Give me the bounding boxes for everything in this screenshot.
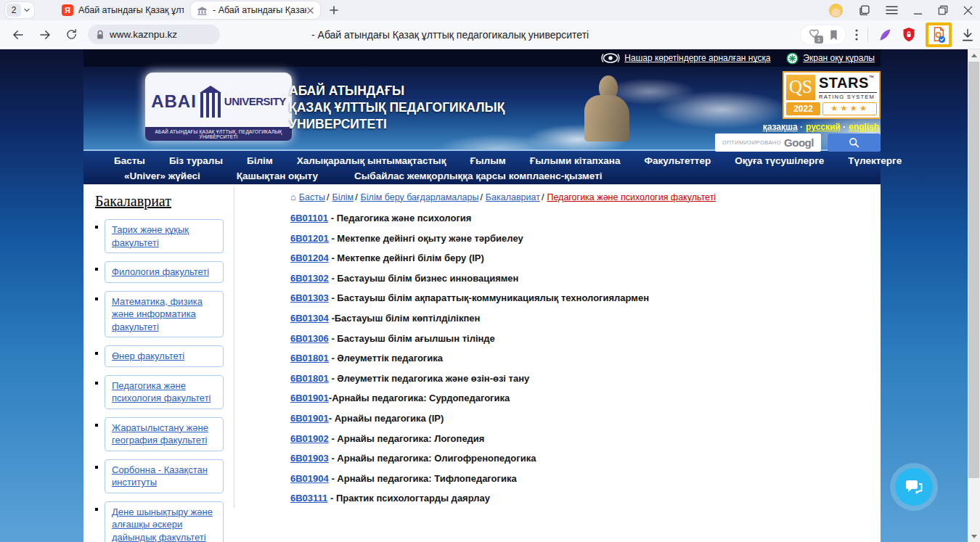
abai-statue-image xyxy=(584,75,637,148)
program-code-link[interactable]: 6B01304 xyxy=(290,313,329,324)
protect-shield-icon[interactable] xyxy=(902,27,916,43)
nav-item[interactable]: Факультеттер xyxy=(644,155,711,166)
bookmark-icon[interactable] xyxy=(829,30,838,41)
bullet-icon xyxy=(95,268,98,271)
program-code-link[interactable]: 6B01901 xyxy=(290,413,329,424)
menu-icon[interactable] xyxy=(886,5,898,15)
program-code-link[interactable]: 6B01801 xyxy=(290,373,329,384)
program-item: 6B01201 - Мектепке дейінгі оқыту және тә… xyxy=(290,234,881,244)
program-code-link[interactable]: 6B01902 xyxy=(290,433,329,444)
chat-button[interactable] xyxy=(895,468,933,506)
nav-item[interactable]: «Univer» жүйесі xyxy=(124,171,200,181)
nav-item[interactable]: Ғылыми кітапхана xyxy=(530,155,621,166)
search-button[interactable] xyxy=(828,134,881,152)
language-switcher: қазақша · русский · english · xyxy=(763,122,879,132)
nav-item[interactable]: Ғылым xyxy=(470,155,505,166)
logo-abai-text: ABAI xyxy=(151,91,197,112)
nav-item[interactable]: Біз туралы xyxy=(169,155,223,166)
faculty-link[interactable]: Математика, физика және информатика факу… xyxy=(112,295,216,334)
language-link[interactable]: қазақша xyxy=(763,122,798,132)
list-item: Дене шынықтыру және алғашқы әскери дайын… xyxy=(95,501,224,542)
bullet-icon xyxy=(95,424,98,427)
program-code-link[interactable]: 6B01901 xyxy=(290,393,329,403)
sidebar-title: Бакалавриат xyxy=(95,193,224,210)
scrollbar-thumb[interactable] xyxy=(968,62,979,478)
program-title: Мектепке дейінгі оқыту және тәрбиелеу xyxy=(337,233,523,244)
minimize-icon[interactable] xyxy=(913,6,923,15)
close-window-icon[interactable] xyxy=(963,6,973,15)
scroll-down-icon[interactable] xyxy=(968,530,980,542)
qs-stars: ★★★★ xyxy=(822,102,877,115)
language-link[interactable]: english xyxy=(849,122,879,132)
program-title: Бастауыш білім көптілділікпен xyxy=(335,313,481,324)
nav-item[interactable]: Сыбайлас жемқорлыққа қарсы комплаенс-қыз… xyxy=(354,171,602,181)
program-code-link[interactable]: 6B01201 xyxy=(290,233,329,244)
tab-active[interactable]: - Абай атындағы Қазақ xyxy=(191,1,320,19)
search-input[interactable]: ОПТИМИЗИРОВАНО Googl xyxy=(715,134,821,152)
tab-title: - Абай атындағы Қазақ xyxy=(213,5,306,15)
bullet-icon xyxy=(95,382,98,385)
highlighted-extension-icon[interactable] xyxy=(926,22,952,47)
nav-item[interactable]: Қашықтан оқыту xyxy=(237,171,318,181)
tab-counter[interactable]: 2 xyxy=(5,2,34,18)
program-code-link[interactable]: 6B01303 xyxy=(290,292,329,303)
back-icon[interactable] xyxy=(12,28,25,41)
language-link[interactable]: русский xyxy=(806,122,841,132)
nav-item[interactable]: Халықаралық ынтымақтастық xyxy=(297,155,446,166)
site-container: Нашар көретіндерге арналған нұсқа Экран … xyxy=(83,49,881,542)
restore-icon[interactable] xyxy=(938,5,948,15)
program-code-link[interactable]: 6B01904 xyxy=(290,473,329,484)
profile-avatar[interactable] xyxy=(829,4,843,17)
screen-reader-link[interactable]: Экран оқу құралы xyxy=(786,52,875,65)
faculty-link[interactable]: Филология факультеті xyxy=(112,266,216,279)
faculty-link[interactable]: Жаратылыстану және география факультеті xyxy=(112,422,216,447)
reload-icon[interactable] xyxy=(65,28,78,41)
faculty-link[interactable]: Өнер факультеті xyxy=(112,350,216,363)
breadcrumb-link[interactable]: Басты xyxy=(299,192,325,202)
content-divider xyxy=(234,187,234,508)
program-code-link[interactable]: 6B01302 xyxy=(290,273,329,284)
program-code-link[interactable]: 6B01903 xyxy=(290,453,329,464)
page-scrollbar[interactable] xyxy=(968,49,980,542)
downloads-icon[interactable] xyxy=(961,28,974,42)
tab-panels-icon[interactable] xyxy=(858,4,870,17)
breadcrumb-link[interactable]: Білім xyxy=(332,192,354,202)
breadcrumb-link[interactable]: Білім беру бағдарламалары xyxy=(361,192,479,202)
program-title: Арнайы педагогика: Олигофренопедогика xyxy=(337,453,536,464)
program-item: 6B01204 - Мектепке дейінгі білім беру (I… xyxy=(290,253,881,263)
impaired-version-link[interactable]: Нашар көретіндерге арналған нұсқа xyxy=(601,52,770,64)
program-item: 6B01902 - Арнайы педагогика: Логопедия xyxy=(290,434,881,444)
nav-item[interactable]: Басты xyxy=(114,155,145,166)
nav-item[interactable]: Түлектерге xyxy=(848,155,902,166)
nav-item[interactable]: Білім xyxy=(247,155,273,166)
list-item: Математика, физика және информатика факу… xyxy=(95,291,224,338)
bullet-icon xyxy=(95,508,98,511)
close-tab-icon[interactable] xyxy=(306,7,314,15)
program-item: 6B01901- Арнайы педагогика (IP) xyxy=(290,414,881,424)
program-code-link[interactable]: 6B01306 xyxy=(290,333,329,344)
program-code-link[interactable]: 6B01204 xyxy=(290,252,329,263)
faculty-link[interactable]: Тарих және құқық факультеті xyxy=(112,223,216,249)
address-bar[interactable]: www.kaznpu.kz xyxy=(88,25,220,44)
breadcrumb-link[interactable]: Бакалавриат xyxy=(486,192,540,202)
program-code-link[interactable]: 6B01101 xyxy=(290,213,328,223)
list-item: Филология факультеті xyxy=(95,261,224,283)
university-logo[interactable]: ABAI UNIVERSITY АБАЙ АТЫНДАҒЫ ҚАЗАҚ ҰЛТТ… xyxy=(145,73,292,141)
faculty-link[interactable]: Дене шынықтыру және алғашқы әскери дайын… xyxy=(112,506,216,542)
program-code-link[interactable]: 6B03111 xyxy=(290,493,327,504)
program-item: 6B01901-Арнайы педагогика: Сурдопедагоги… xyxy=(290,393,881,403)
feather-extension-icon[interactable] xyxy=(878,28,892,42)
forward-icon[interactable] xyxy=(38,28,52,41)
faculty-link[interactable]: Педагогика және психология факультеті xyxy=(112,379,216,405)
program-code-link[interactable]: 6B01801 xyxy=(290,353,329,364)
nav-item[interactable]: Оқуға түсушілерге xyxy=(735,155,824,166)
more-options-icon[interactable] xyxy=(855,29,858,41)
scroll-up-icon[interactable] xyxy=(968,49,980,61)
program-title: Арнайы педагогика: Логопедия xyxy=(337,433,484,444)
list-item: Педагогика және психология факультеті xyxy=(95,375,224,409)
home-icon[interactable]: ⌂ xyxy=(290,192,296,202)
collections-icon[interactable]: 1 xyxy=(808,29,820,41)
faculty-link[interactable]: Сорбонна - Қазақстан институты xyxy=(112,464,216,489)
tab-inactive[interactable]: Я Абай атындағы Қазақ ұлт xyxy=(62,1,184,19)
new-tab-button[interactable] xyxy=(329,5,339,15)
